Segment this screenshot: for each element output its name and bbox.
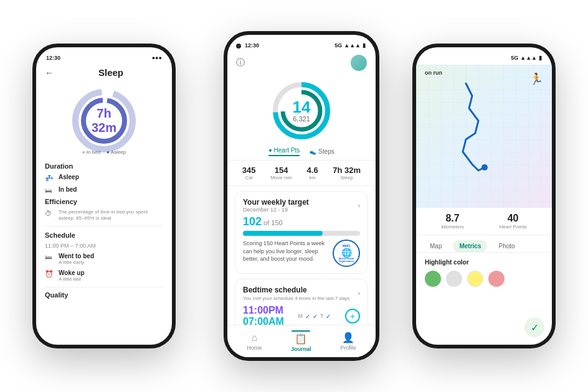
bedtime-chevron[interactable]: › — [358, 290, 360, 297]
bedtime-header: Bedtime schedule You met your schedule 4… — [243, 286, 360, 301]
efficiency-title: Efficiency — [45, 198, 163, 205]
stats-row: 345 Cal 154 Move min 4.6 km 7h 32m Sleep — [227, 160, 376, 186]
tab-metrics[interactable]: Metrics — [453, 240, 487, 252]
sleep-hours: 7h — [97, 106, 111, 120]
day-t2: T — [320, 313, 324, 319]
map-title: on run — [425, 70, 442, 76]
sleep-ring: 7h 32m — [70, 86, 138, 155]
phone-left: 12:30 ●●● ← Sleep — [32, 44, 176, 348]
stat-km: 4.6 km — [307, 166, 318, 180]
nav-home[interactable]: ⌂ Home — [247, 332, 262, 351]
signal-center: ▲▲▲ — [344, 42, 361, 49]
time-center: 12:30 — [245, 42, 259, 49]
stat-km-label: km — [307, 175, 318, 180]
inbed-row: 🛏 In bed — [45, 186, 163, 194]
progress-of: of 150 — [263, 219, 283, 226]
asleep-label: Asleep — [59, 174, 79, 180]
woke-up-label: Woke up — [59, 269, 84, 276]
day-w-check: ✓ — [313, 313, 318, 320]
bedtime-times: 11:00PM 07:00AM — [243, 305, 284, 327]
stat-move-value: 154 — [270, 166, 292, 175]
bedtime-pm: 11:00PM — [243, 305, 284, 316]
map-hp-value: 40 — [500, 213, 527, 224]
bedtime-schedule-row: 11:00PM 07:00AM M ✓ ✓ T ✓ + — [243, 305, 360, 327]
color-gray[interactable] — [446, 271, 462, 287]
legend-asleep: ● Asleep — [107, 149, 126, 155]
ring-center-text: 14 6,321 — [293, 99, 311, 123]
check-button[interactable]: ✓ — [524, 317, 544, 337]
weekly-title: Your weekly target — [243, 198, 309, 207]
nav-profile-label: Profile — [340, 345, 356, 351]
bedtime-title: Bedtime schedule — [243, 286, 349, 294]
day-f-check: ✓ — [326, 313, 331, 320]
weekly-chevron[interactable]: › — [358, 202, 360, 209]
stat-move: 154 Move min — [270, 166, 292, 180]
map-km-value: 8.7 — [441, 213, 463, 224]
nav-profile[interactable]: 👤 Profile — [340, 332, 356, 351]
went-to-bed-val: A little early — [59, 259, 94, 266]
status-icons-right: 5G ▲▲▲ ▮ — [511, 55, 542, 61]
center-top-row: ⓘ — [227, 52, 376, 73]
nav-journal[interactable]: 📋 Journal — [291, 330, 311, 352]
back-button[interactable]: ← — [45, 68, 54, 78]
avatar[interactable] — [351, 55, 367, 71]
tab-photo[interactable]: Photo — [492, 240, 521, 252]
stat-cal-label: Cal — [242, 175, 256, 180]
color-red[interactable] — [488, 271, 505, 287]
add-schedule-button[interactable]: + — [345, 309, 360, 324]
nav-journal-label: Journal — [291, 346, 311, 352]
heart-icon: ♥ — [268, 147, 272, 154]
quality-title: Quality — [45, 291, 163, 299]
color-green[interactable] — [425, 271, 441, 287]
highlight-title: Highlight color — [425, 259, 543, 266]
days-row: M ✓ ✓ T ✓ — [298, 313, 331, 320]
schedule-time: 11:00 PM – 7:00 AM — [45, 243, 163, 249]
battery-right: ▮ — [539, 55, 542, 61]
woke-up-row: ⏰ Woke up A little late — [45, 269, 163, 282]
color-yellow[interactable] — [467, 271, 483, 287]
nav-home-label: Home — [247, 345, 262, 351]
progress-desc: Scoring 150 Heart Points a week can help… — [243, 240, 328, 263]
left-title: Sleep — [59, 67, 163, 78]
weekly-header: Your weekly target December 12 - 19 › — [243, 198, 360, 213]
ring-big-num: 14 — [293, 99, 311, 115]
woke-up-val: A little late — [59, 276, 84, 282]
progress-label-row: 102 of 150 — [243, 215, 360, 228]
info-icon[interactable]: ⓘ — [236, 57, 245, 68]
stat-cal-value: 345 — [242, 166, 256, 175]
efficiency-row: ⏱ The percentage of time in bed you spen… — [45, 209, 163, 222]
map-stats: 8.7 kilometers 40 Heart Points — [416, 208, 552, 235]
stat-sleep: 7h 32m Sleep — [333, 166, 361, 180]
card-body-row: Scoring 150 Heart Points a week can help… — [243, 240, 360, 267]
status-icons-center: 5G ▲▲▲ ▮ — [334, 42, 366, 49]
alarm-icon: ⏰ — [45, 270, 54, 278]
day-t-check: ✓ — [305, 313, 310, 320]
weekly-target-card: Your weekly target December 12 - 19 › 10… — [235, 191, 368, 274]
phone-center: 12:30 5G ▲▲▲ ▮ ⓘ — [224, 31, 379, 361]
tab-heart[interactable]: ♥ Heart Pts — [268, 147, 300, 156]
who-org-label: World Health Organization — [334, 258, 359, 263]
stat-km-value: 4.6 — [307, 166, 318, 175]
journal-icon: 📋 — [295, 333, 307, 345]
inbed-label: In bed — [59, 186, 77, 193]
progress-bar-fill — [243, 231, 323, 236]
went-to-bed-label: Went to bed — [59, 253, 94, 259]
bed-schedule-icon: 🛏 — [45, 253, 54, 261]
progress-area: 102 of 150 — [243, 215, 360, 236]
right-tabs: Map Metrics Photo — [416, 235, 552, 253]
phone-right: 5G ▲▲▲ ▮ on run 🏃 — [412, 44, 556, 348]
camera-center — [236, 44, 241, 49]
tab-map[interactable]: Map — [424, 240, 448, 252]
asleep-row: 💤 Asleep — [45, 174, 163, 182]
center-ring-area: 14 6,321 ♥ Heart Pts 👟 Steps — [227, 73, 376, 160]
steps-icon: 👟 — [310, 149, 316, 155]
tab-steps[interactable]: 👟 Steps — [310, 147, 334, 156]
sleep-minutes: 32m — [92, 121, 116, 134]
stat-sleep-value: 7h 32m — [333, 166, 361, 175]
scene: 12:30 ●●● ← Sleep — [7, 9, 581, 383]
went-to-bed-row: 🛏 Went to bed A little early — [45, 253, 163, 266]
runner-icon: 🏃 — [529, 72, 543, 86]
metric-tabs: ♥ Heart Pts 👟 Steps — [268, 147, 334, 156]
bed-icon: 🛏 — [45, 187, 54, 194]
progress-current: 102 — [243, 215, 262, 228]
